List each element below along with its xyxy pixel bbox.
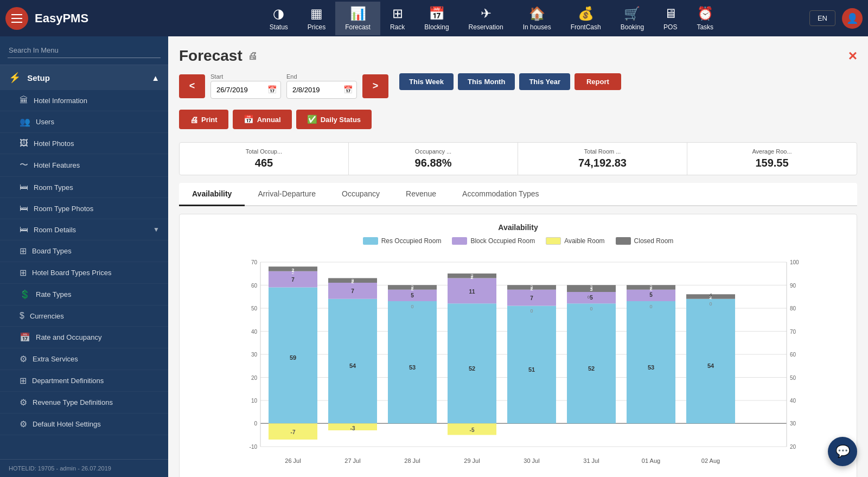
- svg-text:2: 2: [291, 270, 294, 275]
- prev-button[interactable]: <: [179, 74, 205, 98]
- svg-text:-3: -3: [350, 425, 355, 431]
- sidebar-item-rate-types[interactable]: 💲 Rate Types: [0, 284, 168, 306]
- hamburger-button[interactable]: [5, 7, 28, 30]
- sidebar-item-room-details[interactable]: 🛏 Room Details ▼: [0, 219, 168, 240]
- department-definitions-icon: ⊞: [20, 376, 27, 386]
- this-week-button[interactable]: This Week: [399, 73, 454, 90]
- svg-text:70: 70: [251, 259, 258, 265]
- default-hotel-settings-icon: ⚙: [20, 419, 27, 429]
- nav-item-status[interactable]: ◑ Status: [260, 2, 298, 35]
- svg-text:2: 2: [649, 284, 652, 290]
- svg-text:27 Jul: 27 Jul: [344, 457, 360, 464]
- svg-text:2: 2: [351, 278, 354, 283]
- start-date-label: Start: [210, 73, 281, 80]
- svg-text:2: 2: [411, 284, 413, 290]
- sidebar-item-board-types[interactable]: ⊞ Board Types: [0, 240, 168, 262]
- this-year-button[interactable]: This Year: [519, 73, 570, 90]
- board-types-icon: ⊞: [20, 246, 27, 256]
- report-button[interactable]: Report: [575, 73, 621, 90]
- bar-res-28jul: [388, 301, 437, 423]
- tab-accommodation-types[interactable]: Accommodation Types: [449, 183, 552, 206]
- this-month-button[interactable]: This Month: [458, 73, 515, 90]
- rate-types-icon: 💲: [20, 289, 30, 300]
- bar-res-02aug: [686, 299, 735, 424]
- legend-block-occupied: Block Occupied Room: [452, 237, 535, 245]
- frontcash-icon: 💰: [578, 6, 594, 21]
- nav-item-frontcash[interactable]: 💰 FrontCash: [561, 2, 611, 35]
- chat-button[interactable]: 💬: [828, 437, 857, 466]
- nav-item-rack[interactable]: ⊞ Rack: [380, 2, 414, 35]
- top-navigation: EasyPMS ◑ Status ▦ Prices 📊 Forecast ⊞ R…: [0, 0, 868, 36]
- svg-text:40: 40: [251, 329, 258, 335]
- annual-icon: 📅: [244, 115, 254, 124]
- nav-item-pos[interactable]: 🖥 POS: [654, 2, 687, 35]
- sidebar-item-room-type-photos[interactable]: 🛏 Room Type Photos: [0, 198, 168, 219]
- room-types-icon: 🛏: [20, 182, 28, 192]
- svg-text:90: 90: [790, 283, 796, 289]
- hamburger-line: [11, 18, 22, 19]
- revenue-type-definitions-icon: ⚙: [20, 397, 27, 408]
- start-date-calendar-icon[interactable]: 📅: [267, 85, 277, 94]
- sidebar-item-revenue-type-definitions[interactable]: ⚙ Revenue Type Definitions: [0, 392, 168, 414]
- currencies-icon: $: [20, 311, 24, 321]
- sidebar-item-users[interactable]: 👥 Users: [0, 111, 168, 133]
- sidebar-item-hotel-features[interactable]: 〜 Hotel Features: [0, 154, 168, 177]
- sidebar-item-currencies[interactable]: $ Currencies: [0, 306, 168, 327]
- sidebar-item-rate-and-occupancy[interactable]: 📅 Rate and Occupancy: [0, 327, 168, 348]
- svg-text:0: 0: [411, 304, 413, 309]
- close-button[interactable]: ×: [848, 47, 857, 65]
- svg-text:0: 0: [649, 304, 652, 309]
- chart-title: Availability: [188, 223, 848, 232]
- language-button[interactable]: EN: [809, 10, 835, 26]
- daily-status-button[interactable]: ✅ Daily Status: [296, 110, 372, 129]
- svg-text:0: 0: [590, 306, 592, 311]
- nav-item-tasks[interactable]: ⏰ Tasks: [687, 2, 723, 35]
- nav-item-inhouses[interactable]: 🏠 In houses: [513, 2, 561, 35]
- sidebar-item-room-types[interactable]: 🛏 Room Types: [0, 177, 168, 198]
- legend-closed: Closed Room: [616, 237, 674, 245]
- nav-item-blocking[interactable]: 📅 Blocking: [414, 2, 458, 35]
- sidebar-item-default-hotel-settings[interactable]: ⚙ Default Hotel Settings: [0, 414, 168, 435]
- svg-text:50: 50: [790, 375, 796, 381]
- tab-availability[interactable]: Availability: [179, 183, 245, 206]
- sidebar-item-extra-services[interactable]: ⚙ Extra Services: [0, 348, 168, 370]
- blocking-icon: 📅: [429, 6, 445, 21]
- print-icon[interactable]: 🖨: [248, 50, 258, 62]
- svg-text:52: 52: [588, 365, 595, 372]
- hotel-features-icon: 〜: [20, 160, 28, 171]
- sidebar-item-department-definitions[interactable]: ⊞ Department Definitions: [0, 370, 168, 392]
- user-avatar-button[interactable]: 👤: [842, 8, 863, 29]
- bar-res-27jul: [328, 299, 377, 424]
- end-date-calendar-icon[interactable]: 📅: [343, 85, 353, 94]
- bar-res-29jul: [448, 303, 496, 423]
- room-details-icon: 🛏: [20, 225, 28, 234]
- nav-item-forecast[interactable]: 📊 Forecast: [335, 2, 380, 35]
- sidebar-item-hotel-board-types-prices[interactable]: ⊞ Hotel Board Types Prices: [0, 262, 168, 284]
- sidebar-item-hotel-information[interactable]: 🏛 Hotel Information: [0, 90, 168, 111]
- nav-item-reservation[interactable]: ✈ Reservation: [459, 2, 513, 35]
- tab-occupancy[interactable]: Occupancy: [329, 183, 393, 206]
- svg-text:5: 5: [411, 292, 414, 298]
- rack-icon: ⊞: [392, 6, 403, 21]
- svg-text:54: 54: [707, 362, 714, 369]
- tab-revenue[interactable]: Revenue: [393, 183, 449, 206]
- tab-arrival-departure[interactable]: Arrival-Departure: [245, 183, 329, 206]
- nav-item-booking[interactable]: 🛒 Booking: [611, 2, 654, 35]
- next-button[interactable]: >: [362, 74, 388, 98]
- nav-item-label: Forecast: [345, 23, 371, 31]
- svg-text:100: 100: [790, 259, 799, 265]
- nav-right: EN 👤: [809, 8, 863, 29]
- sidebar-item-hotel-photos[interactable]: 🖼 Hotel Photos: [0, 133, 168, 154]
- print-button[interactable]: 🖨 Print: [179, 110, 228, 129]
- annual-button[interactable]: 📅 Annual: [233, 110, 292, 129]
- setup-icon: ⚡: [9, 72, 21, 83]
- nav-item-prices[interactable]: ▦ Prices: [298, 2, 335, 35]
- room-type-photos-icon: 🛏: [20, 203, 28, 213]
- setup-section-header[interactable]: ⚡ Setup ▲: [0, 65, 168, 90]
- svg-text:-10: -10: [250, 444, 258, 450]
- start-date-group: Start 📅: [210, 73, 281, 99]
- nav-item-label: Tasks: [697, 23, 713, 31]
- reservation-icon: ✈: [481, 6, 492, 21]
- search-input[interactable]: [8, 43, 161, 58]
- svg-text:3: 3: [590, 284, 592, 290]
